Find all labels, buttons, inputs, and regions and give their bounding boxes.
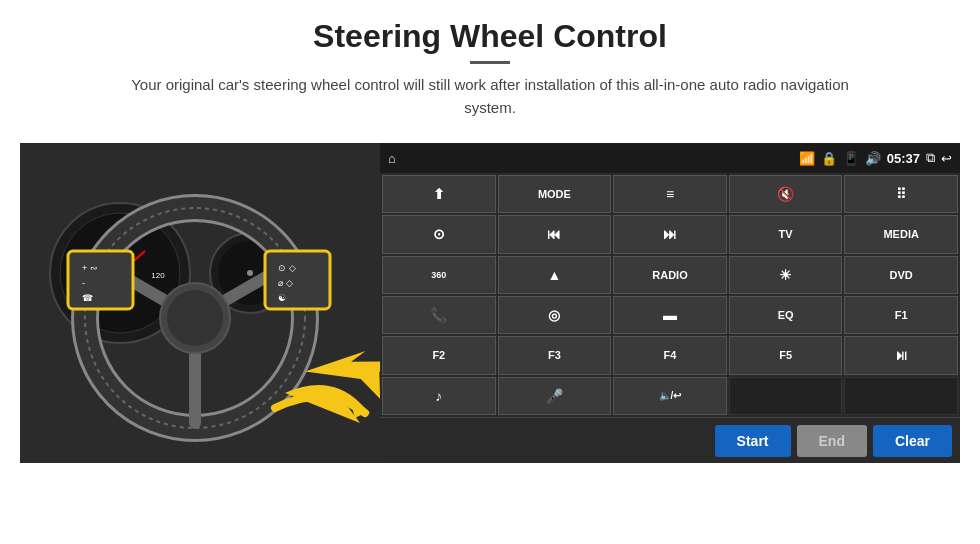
f4-btn[interactable]: F4	[613, 336, 727, 374]
svg-text:☎: ☎	[82, 293, 93, 303]
title-section: Steering Wheel Control Your original car…	[20, 18, 960, 119]
sim-icon: 📱	[843, 151, 859, 166]
window-icon: ⧉	[926, 150, 935, 166]
nav-btn[interactable]: ⬆	[382, 175, 496, 213]
tv-btn[interactable]: TV	[729, 215, 843, 253]
clear-button[interactable]: Clear	[873, 425, 952, 457]
eject-btn[interactable]: ▲	[498, 256, 612, 294]
button-grid: ⬆ MODE ≡ 🔇 ⠿ ⊙ ⏮ ⏭ TV MEDIA 360 ▲ RADIO …	[380, 173, 960, 417]
lock-icon: 🔒	[821, 151, 837, 166]
bluetooth-icon: 🔊	[865, 151, 881, 166]
svg-rect-25	[265, 251, 330, 309]
title-divider	[470, 61, 510, 64]
mic-btn[interactable]: 🎤	[498, 377, 612, 415]
settings-btn[interactable]: ⊙	[382, 215, 496, 253]
menu-btn[interactable]: ≡	[613, 175, 727, 213]
svg-text:⌀  ◇: ⌀ ◇	[278, 278, 293, 288]
mode-btn[interactable]: MODE	[498, 175, 612, 213]
page-container: Steering Wheel Control Your original car…	[0, 0, 980, 544]
svg-text:☯: ☯	[278, 293, 286, 303]
bottom-bar: Start End Clear	[380, 417, 960, 463]
svg-text:+   ∾: + ∾	[82, 263, 98, 273]
360-btn[interactable]: 360	[382, 256, 496, 294]
content-area: 80 0 40 120	[20, 143, 960, 463]
media-btn[interactable]: MEDIA	[844, 215, 958, 253]
svg-text:-: -	[82, 278, 85, 288]
home-icon: ⌂	[388, 151, 396, 166]
page-subtitle: Your original car's steering wheel contr…	[110, 74, 870, 119]
back-icon: ↩	[941, 151, 952, 166]
apps-btn[interactable]: ⠿	[844, 175, 958, 213]
phone-btn[interactable]: 📞	[382, 296, 496, 334]
status-time: 05:37	[887, 151, 920, 166]
status-bar-left: ⌂	[388, 151, 396, 166]
steering-wheel-image: 80 0 40 120	[20, 143, 380, 463]
f3-btn[interactable]: F3	[498, 336, 612, 374]
music-btn[interactable]: ♪	[382, 377, 496, 415]
empty-btn-2	[844, 377, 958, 415]
wifi-icon: 📶	[799, 151, 815, 166]
end-button[interactable]: End	[797, 425, 867, 457]
svg-point-12	[247, 270, 253, 276]
playpause-btn[interactable]: ⏯	[844, 336, 958, 374]
next-btn[interactable]: ⏭	[613, 215, 727, 253]
dvd-btn[interactable]: DVD	[844, 256, 958, 294]
control-panel: ⌂ 📶 🔒 📱 🔊 05:37 ⧉ ↩ ⬆ MODE ≡ 🔇	[380, 143, 960, 463]
svg-text:⊙  ◇: ⊙ ◇	[278, 263, 296, 273]
page-title: Steering Wheel Control	[20, 18, 960, 55]
empty-btn-1	[729, 377, 843, 415]
band-btn[interactable]: ▬	[613, 296, 727, 334]
radio-btn[interactable]: RADIO	[613, 256, 727, 294]
start-button[interactable]: Start	[715, 425, 791, 457]
mute-btn[interactable]: 🔇	[729, 175, 843, 213]
status-bar-right: 📶 🔒 📱 🔊 05:37 ⧉ ↩	[799, 150, 952, 166]
steering-svg: 80 0 40 120	[20, 143, 380, 463]
svg-rect-21	[68, 251, 133, 309]
svg-text:120: 120	[151, 271, 165, 280]
f2-btn[interactable]: F2	[382, 336, 496, 374]
vol-btn[interactable]: 🔈/↩	[613, 377, 727, 415]
status-bar: ⌂ 📶 🔒 📱 🔊 05:37 ⧉ ↩	[380, 143, 960, 173]
brightness-btn[interactable]: ☀	[729, 256, 843, 294]
gps-btn[interactable]: ◎	[498, 296, 612, 334]
f5-btn[interactable]: F5	[729, 336, 843, 374]
eq-btn[interactable]: EQ	[729, 296, 843, 334]
prev-btn[interactable]: ⏮	[498, 215, 612, 253]
svg-point-20	[167, 290, 223, 346]
f1-btn[interactable]: F1	[844, 296, 958, 334]
